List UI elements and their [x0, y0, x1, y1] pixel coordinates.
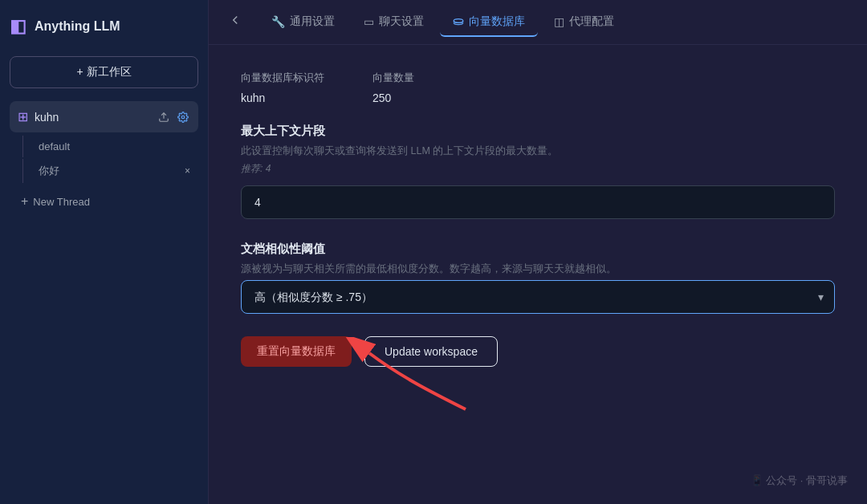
vector-icon — [453, 15, 464, 29]
tab-general[interactable]: 🔧 通用设置 — [258, 8, 348, 37]
db-identifier-value: kuhn — [241, 91, 324, 104]
tab-chat-label: 聊天设置 — [379, 14, 424, 29]
workspace-actions — [157, 110, 190, 124]
max-context-block: 最大上下文片段 此设置控制每次聊天或查询将发送到 LLM 的上下文片段的最大数量… — [241, 124, 835, 219]
settings-content: 向量数据库标识符 kuhn 向量数量 250 最大上下文片段 此设置控制每次聊天… — [209, 45, 867, 504]
thread-default-label: default — [39, 140, 190, 152]
app-logo-icon: ◧ — [10, 16, 26, 37]
context-input[interactable] — [241, 185, 835, 219]
new-thread-button[interactable]: + New Thread — [10, 189, 198, 213]
main-content: 🔧 通用设置 ▭ 聊天设置 向量数据库 ◫ 代理配置 — [209, 0, 867, 504]
tab-general-label: 通用设置 — [290, 14, 335, 29]
thread-nihao-label: 你好 — [39, 164, 180, 178]
workspace-upload-button[interactable] — [157, 110, 171, 124]
workspace-grid-icon: ⊞ — [18, 109, 28, 124]
similarity-select-wrapper: 低（相似度分数 ≥ .25） 中（相似度分数 ≥ .50） 高（相似度分数 ≥ … — [241, 280, 835, 314]
update-workspace-button[interactable]: Update workspace — [364, 336, 498, 367]
tab-vector[interactable]: 向量数据库 — [440, 8, 538, 37]
watermark: 📱 公众号 · 骨哥说事 — [751, 474, 848, 488]
thread-close-button[interactable]: × — [185, 165, 190, 177]
tab-chat[interactable]: ▭ 聊天设置 — [351, 8, 437, 37]
thread-item-nihao[interactable]: 你好 × — [32, 159, 198, 183]
db-identifier-col: 向量数据库标识符 kuhn — [241, 71, 324, 104]
new-workspace-button[interactable]: + 新工作区 — [10, 56, 198, 88]
watermark-text: 公众号 · 骨哥说事 — [766, 474, 848, 486]
back-button[interactable] — [225, 10, 246, 35]
app-logo-text: Anything LLM — [35, 19, 120, 34]
tab-proxy[interactable]: ◫ 代理配置 — [541, 8, 627, 37]
tab-bar: 🔧 通用设置 ▭ 聊天设置 向量数据库 ◫ 代理配置 — [209, 0, 867, 45]
action-buttons: 重置向量数据库 Update workspace — [241, 336, 835, 367]
context-desc: 此设置控制每次聊天或查询将发送到 LLM 的上下文片段的最大数量。 — [241, 144, 835, 159]
workspace-item-kuhn[interactable]: ⊞ kuhn — [10, 101, 198, 132]
context-recommend: 推荐: 4 — [241, 162, 835, 176]
tab-vector-label: 向量数据库 — [469, 14, 525, 29]
db-identifier-label: 向量数据库标识符 — [241, 71, 324, 85]
reset-vector-button[interactable]: 重置向量数据库 — [241, 336, 352, 367]
similarity-desc: 源被视为与聊天相关所需的最低相似度分数。数字越高，来源与聊天天就越相似。 — [241, 262, 835, 277]
sidebar: ◧ Anything LLM + 新工作区 ⊞ kuhn — [0, 0, 209, 504]
logo-area: ◧ Anything LLM — [10, 13, 198, 40]
thread-item-default[interactable]: default — [32, 136, 198, 157]
general-icon: 🔧 — [271, 15, 285, 28]
workspace-settings-button[interactable] — [176, 110, 190, 124]
vector-db-header: 向量数据库标识符 kuhn 向量数量 250 — [241, 71, 835, 104]
svg-point-1 — [181, 116, 185, 119]
new-workspace-label: + 新工作区 — [76, 65, 131, 79]
proxy-icon: ◫ — [554, 15, 564, 28]
context-title: 最大上下文片段 — [241, 124, 835, 139]
tab-proxy-label: 代理配置 — [569, 14, 614, 29]
similarity-title: 文档相似性阈值 — [241, 242, 835, 257]
db-count-value: 250 — [372, 91, 414, 104]
workspace-name: kuhn — [35, 111, 150, 124]
watermark-icon: 📱 — [751, 474, 763, 486]
db-count-col: 向量数量 250 — [372, 71, 414, 104]
new-thread-plus-icon: + — [21, 194, 28, 209]
new-thread-label: New Thread — [33, 196, 90, 208]
similarity-block: 文档相似性阈值 源被视为与聊天相关所需的最低相似度分数。数字越高，来源与聊天天就… — [241, 242, 835, 314]
similarity-select[interactable]: 低（相似度分数 ≥ .25） 中（相似度分数 ≥ .50） 高（相似度分数 ≥ … — [241, 280, 835, 314]
chat-icon: ▭ — [364, 15, 374, 28]
db-count-label: 向量数量 — [372, 71, 414, 85]
